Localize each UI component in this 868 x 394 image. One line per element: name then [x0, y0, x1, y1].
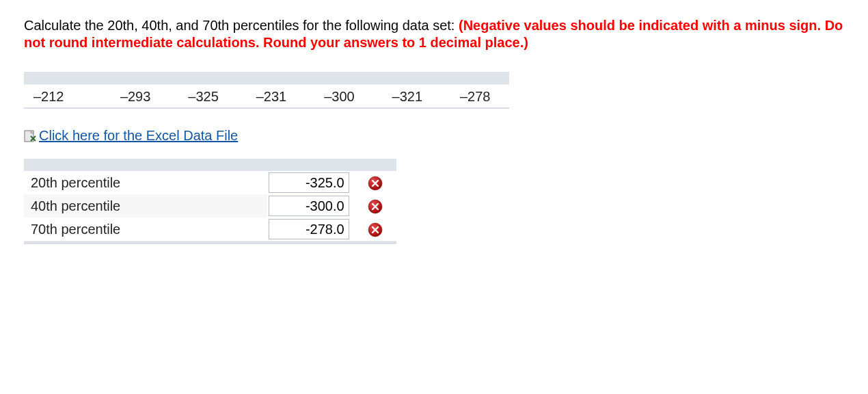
answer-input-20th[interactable] [269, 172, 349, 193]
answer-table-wrap: 20th percentile [24, 159, 396, 244]
dataset-value: –278 [442, 89, 509, 105]
answer-row: 20th percentile [24, 171, 396, 194]
answer-row: 70th percentile [24, 218, 396, 241]
dataset-value: –231 [237, 89, 305, 105]
answer-bottom-border [24, 241, 396, 244]
excel-file-icon [24, 130, 36, 142]
dataset-value: –321 [373, 89, 441, 105]
dataset-row: –212 –293 –325 –231 –300 –321 –278 [24, 84, 509, 109]
wrong-icon [368, 222, 383, 237]
answer-label: 20th percentile [24, 171, 267, 194]
answer-input-40th[interactable] [269, 196, 349, 216]
table-band-top [24, 72, 509, 84]
answer-band-top [24, 159, 396, 171]
wrong-icon [368, 176, 383, 191]
excel-link[interactable]: Click here for the Excel Data File [24, 128, 238, 144]
dataset-value: –325 [169, 89, 237, 105]
question-text: Calculate the 20th, 40th, and 70th perce… [24, 17, 844, 51]
dataset-value: –293 [101, 89, 169, 105]
answer-input-70th[interactable] [269, 219, 349, 239]
dataset-value: –212 [24, 89, 101, 105]
answer-table: 20th percentile [24, 171, 396, 241]
dataset-value: –300 [306, 89, 373, 105]
answer-label: 70th percentile [24, 218, 267, 241]
wrong-icon [368, 199, 383, 214]
answer-row: 40th percentile [24, 194, 396, 218]
answer-label: 40th percentile [24, 194, 267, 218]
excel-link-text: Click here for the Excel Data File [39, 128, 238, 144]
dataset-table: –212 –293 –325 –231 –300 –321 –278 [24, 72, 509, 109]
question-lead: Calculate the 20th, 40th, and 70th perce… [24, 18, 459, 33]
